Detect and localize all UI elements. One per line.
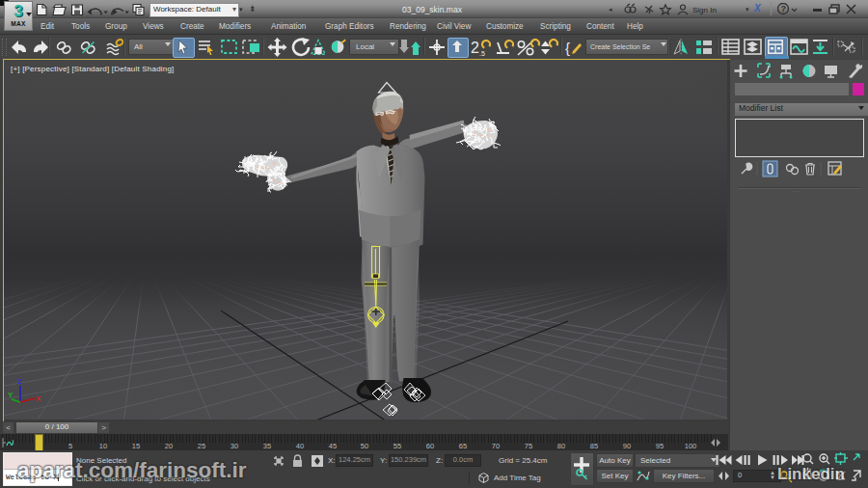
svg-text:Z: Z [17,377,22,386]
svg-text:?: ? [780,4,786,14]
svg-text:X: X [36,394,41,403]
svg-text:{: { [565,40,570,56]
svg-text:.5: .5 [479,50,485,57]
svg-text:2: 2 [471,40,479,56]
svg-text:Y: Y [8,391,14,399]
svg-text:Sign In: Sign In [692,6,717,14]
